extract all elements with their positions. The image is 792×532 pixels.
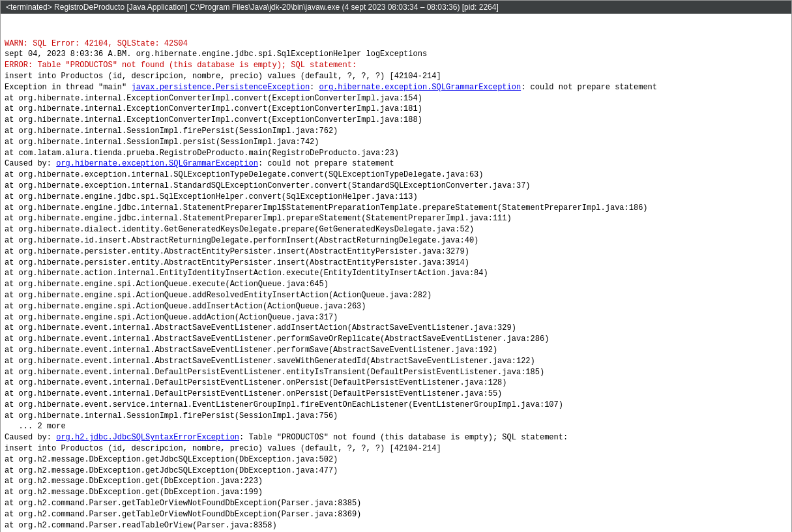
console-line: Caused by: org.hibernate.exception.SQLGr… bbox=[5, 158, 787, 170]
console-line: at org.hibernate.internal.ExceptionConve… bbox=[5, 115, 787, 126]
console-line: at org.hibernate.event.internal.Abstract… bbox=[5, 356, 787, 367]
console-line: at org.hibernate.event.internal.DefaultP… bbox=[5, 377, 787, 389]
console-line: at org.hibernate.persister.entity.Abstra… bbox=[5, 246, 787, 258]
console-line: at org.hibernate.event.internal.DefaultP… bbox=[5, 367, 787, 378]
console-line: at org.hibernate.internal.ExceptionConve… bbox=[5, 93, 787, 104]
console-line: ... 2 more bbox=[5, 421, 787, 432]
console-line: at org.h2.message.DbException.getJdbcSQL… bbox=[5, 466, 787, 477]
console-line: at org.hibernate.dialect.identity.GetGen… bbox=[5, 224, 787, 235]
console-line: at org.hibernate.engine.jdbc.spi.SqlExce… bbox=[5, 192, 787, 203]
console-line: at org.hibernate.event.internal.Abstract… bbox=[5, 345, 787, 356]
console-line: at org.hibernate.exception.internal.SQLE… bbox=[5, 170, 787, 181]
console-line: at org.hibernate.internal.SessionImpl.fi… bbox=[5, 126, 787, 137]
console-line: at org.h2.command.Parser.getTableOrViewN… bbox=[5, 498, 787, 509]
console-line: Caused by: org.h2.jdbc.JdbcSQLSyntaxErro… bbox=[5, 432, 787, 443]
console-line: ERROR: Table "PRODUCTOS" not found (this… bbox=[5, 60, 787, 71]
console-line: at org.hibernate.engine.jdbc.internal.St… bbox=[5, 203, 787, 214]
console-output: WARN: SQL Error: 42104, SQLState: 42S04s… bbox=[1, 14, 791, 532]
console-line: at org.hibernate.id.insert.AbstractRetur… bbox=[5, 235, 787, 246]
console-line: sept 04, 2023 8:03:36 A.BM. org.hibernat… bbox=[5, 49, 787, 60]
console-line: at org.hibernate.exception.internal.Stan… bbox=[5, 181, 787, 192]
console-line: at org.hibernate.event.internal.Abstract… bbox=[5, 334, 787, 345]
console-line: at org.h2.message.DbException.get(DbExce… bbox=[5, 476, 787, 487]
title-bar: <terminated> RegistroDeProducto [Java Ap… bbox=[1, 1, 791, 14]
console-line: Exception in thread "main" javax.persist… bbox=[5, 82, 787, 93]
console-line: at org.hibernate.event.service.internal.… bbox=[5, 400, 787, 411]
application-window: <terminated> RegistroDeProducto [Java Ap… bbox=[0, 0, 792, 532]
console-line: at org.hibernate.event.internal.DefaultP… bbox=[5, 389, 787, 400]
console-line: at org.hibernate.engine.spi.ActionQueue.… bbox=[5, 290, 787, 301]
console-line: at org.h2.message.DbException.getJdbcSQL… bbox=[5, 454, 787, 466]
title-bar-text: <terminated> RegistroDeProducto [Java Ap… bbox=[6, 3, 499, 12]
console-line: at org.hibernate.internal.SessionImpl.pe… bbox=[5, 137, 787, 148]
console-line: insert into Productos (id, descripcion, … bbox=[5, 71, 787, 82]
console-line: at org.h2.message.DbException.get(DbExce… bbox=[5, 487, 787, 498]
console-line: at org.hibernate.engine.spi.ActionQueue.… bbox=[5, 301, 787, 312]
console-line: at org.hibernate.engine.spi.ActionQueue.… bbox=[5, 312, 787, 323]
console-line: at org.hibernate.event.internal.Abstract… bbox=[5, 323, 787, 334]
console-line: at com.latam.alura.tienda.prueba.Registr… bbox=[5, 148, 787, 159]
console-line: at org.hibernate.engine.spi.ActionQueue.… bbox=[5, 279, 787, 290]
console-line: at org.h2.command.Parser.getTableOrViewN… bbox=[5, 509, 787, 520]
console-line: at org.h2.command.Parser.readTableOrView… bbox=[5, 520, 787, 531]
console-line: at org.hibernate.internal.ExceptionConve… bbox=[5, 104, 787, 115]
console-line: at org.hibernate.engine.jdbc.internal.St… bbox=[5, 213, 787, 224]
console-line: at org.hibernate.persister.entity.Abstra… bbox=[5, 258, 787, 269]
console-line: at org.hibernate.internal.SessionImpl.fi… bbox=[5, 411, 787, 422]
console-line: at org.hibernate.action.internal.EntityI… bbox=[5, 268, 787, 279]
console-line: insert into Productos (id, descripcion, … bbox=[5, 443, 787, 454]
console-line: WARN: SQL Error: 42104, SQLState: 42S04 bbox=[5, 38, 787, 50]
